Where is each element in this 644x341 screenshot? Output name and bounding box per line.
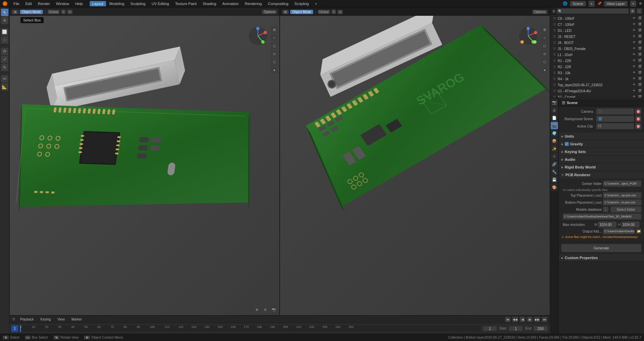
- render-r2[interactable]: 🎬: [638, 65, 642, 69]
- res-width-input[interactable]: 1024.00: [598, 222, 616, 228]
- render-icon[interactable]: 🎬: [638, 16, 642, 20]
- outliner-editor-type[interactable]: ☰: [552, 9, 555, 13]
- visibility-icon[interactable]: 👁: [633, 16, 637, 20]
- keying-sets-header[interactable]: ▶ Keying Sets: [559, 148, 644, 155]
- editor-type-btn[interactable]: ⊞: [12, 10, 18, 14]
- cursor-tool[interactable]: ↖: [1, 9, 8, 16]
- outliner-item-j3[interactable]: ▽ J3 - RESET 👁 🎬: [550, 34, 644, 40]
- current-frame-display[interactable]: 1: [11, 325, 18, 332]
- filter-btn[interactable]: ⚙: [630, 8, 635, 14]
- render-r3[interactable]: 🎬: [638, 71, 642, 75]
- menu-help[interactable]: Help: [73, 1, 86, 6]
- outliner-item-r2[interactable]: ▽ R2 - 22R 👁 🎬: [550, 64, 644, 70]
- prop-tab-material[interactable]: 🎨: [551, 184, 558, 191]
- bg-scene-value[interactable]: 🌐: [596, 116, 634, 122]
- models-db-select-btn[interactable]: Select folder: [610, 206, 641, 212]
- active-clip-btn[interactable]: 🎯: [635, 123, 641, 129]
- playback-menu[interactable]: Playback: [18, 317, 36, 322]
- vis-r4[interactable]: 👁: [633, 77, 637, 81]
- prop-tab-scene[interactable]: 🎬: [551, 122, 558, 129]
- vis-l1[interactable]: 👁: [633, 53, 637, 57]
- vis-r3[interactable]: 👁: [633, 71, 637, 75]
- prop-tab-world[interactable]: 🌍: [551, 130, 558, 137]
- vis-u1[interactable]: 👁: [633, 89, 637, 93]
- audio-section-header[interactable]: ▶ Audio: [559, 156, 644, 163]
- vis-c7[interactable]: 👁: [633, 22, 637, 27]
- models-db-download-icon[interactable]: ↓: [603, 207, 608, 212]
- menu-render[interactable]: Render: [35, 1, 53, 6]
- render-r4[interactable]: 🎬: [638, 77, 642, 81]
- prev-frame-btn[interactable]: ◀: [520, 317, 525, 322]
- annotate-tool[interactable]: ✏: [1, 75, 8, 83]
- vr-global-btn[interactable]: Global: [318, 10, 330, 14]
- units-section-header[interactable]: ▶ Units: [559, 133, 644, 140]
- render-l1[interactable]: 🎬: [638, 53, 642, 57]
- prop-tab-constraints[interactable]: 🔗: [551, 160, 558, 168]
- viewport-left-scene[interactable]: ⊞ ⟐ ◻ ⊙ ⬡ ●: [10, 16, 279, 315]
- output-folder-icon[interactable]: 📁: [636, 229, 641, 234]
- outliner-item-c6[interactable]: ▽ C6 - 100nF 👁 🎬: [550, 15, 644, 21]
- vis-r2[interactable]: 👁: [633, 65, 637, 69]
- outliner-item-c7[interactable]: ▽ C7 - 100nF 👁 🎬: [550, 21, 644, 28]
- zoom-out-btn[interactable]: ⊖: [262, 306, 269, 313]
- workspace-compositing[interactable]: Compositing: [265, 1, 291, 6]
- workspace-texture[interactable]: Texture Paint: [172, 1, 199, 6]
- viewport-right-scene[interactable]: SVAROG: [280, 16, 550, 315]
- timeline-editor-type[interactable]: ⏱: [12, 318, 15, 321]
- scale-tool[interactable]: ⤢: [1, 56, 8, 63]
- workspace-scripting[interactable]: Scripting: [292, 1, 312, 6]
- prop-tab-render[interactable]: 📷: [551, 99, 558, 106]
- object-mode-btn[interactable]: Object Mode: [20, 10, 43, 14]
- viewport-left[interactable]: ⊞ Object Mode Global ⊙ ⊡ Options Select …: [9, 7, 280, 315]
- render-u1[interactable]: 🎬: [638, 89, 642, 93]
- move-tool[interactable]: ✛: [1, 17, 8, 24]
- vis-j5[interactable]: 👁: [633, 47, 637, 51]
- outliner-item-r4[interactable]: ▽ R4 - 1k 👁 🎬: [550, 76, 644, 82]
- bg-scene-btn[interactable]: 🎯: [635, 116, 641, 122]
- output-fold-value[interactable]: C:\Users\Adam\Desktop\testowy\: [603, 228, 635, 234]
- jump-end-btn[interactable]: ⏭: [542, 317, 547, 322]
- prop-tab-view-layer[interactable]: 📄: [551, 114, 558, 121]
- pcb-renderer-header[interactable]: ▼ PCB Renderer: [559, 171, 644, 179]
- outliner-item-j5[interactable]: ▽ J5 - DB25_Female 👁 🎬: [550, 46, 644, 52]
- gravity-checkbox[interactable]: ✓: [565, 142, 569, 146]
- pivot-btn[interactable]: ⊙: [61, 9, 66, 14]
- generate-button[interactable]: Generate: [561, 244, 641, 252]
- play-btn[interactable]: ▶: [527, 317, 533, 322]
- custom-props-header[interactable]: ▶ Custom Properties: [559, 254, 644, 261]
- gravity-section-header[interactable]: ▶ ✓ Gravity: [559, 140, 644, 148]
- camera-value[interactable]: ⬛: [596, 108, 634, 114]
- vis-y1[interactable]: 👁: [633, 95, 637, 98]
- perspective-btn[interactable]: ⟐: [271, 34, 278, 41]
- vr-local-view-btn[interactable]: ◻: [541, 42, 548, 49]
- scene-selector[interactable]: Scene: [570, 1, 586, 6]
- next-frame-btn[interactable]: ▶▶: [535, 317, 540, 322]
- render-r1[interactable]: 🎬: [638, 59, 642, 63]
- prop-tab-data[interactable]: 💾: [551, 176, 558, 183]
- outliner-item-r3[interactable]: ▽ R3 - 10k 👁 🎬: [550, 70, 644, 76]
- sort-btn[interactable]: ↕: [637, 8, 642, 14]
- vis-r1[interactable]: 👁: [633, 59, 637, 63]
- workspace-modeling[interactable]: Modeling: [107, 1, 127, 6]
- workspace-shading[interactable]: Shading: [200, 1, 219, 6]
- vis-d1[interactable]: 👁: [633, 29, 637, 33]
- overlay-btn[interactable]: ⊙: [271, 50, 278, 57]
- select-box-tool[interactable]: ⬜: [1, 28, 8, 36]
- transform-tool[interactable]: ⟳: [1, 48, 8, 55]
- local-view-btn[interactable]: ◻: [271, 42, 278, 49]
- measure-tool[interactable]: 📐: [1, 83, 8, 91]
- render-j5[interactable]: 🎬: [638, 47, 642, 51]
- prop-tab-physics[interactable]: ⚛: [551, 153, 558, 160]
- end-frame-input[interactable]: 250: [534, 326, 547, 331]
- shading-solid-btn[interactable]: ●: [271, 66, 278, 74]
- vr-options-btn[interactable]: Options: [532, 10, 548, 14]
- vis-j3[interactable]: 👁: [633, 35, 637, 39]
- workspace-uv[interactable]: UV Editing: [149, 1, 172, 6]
- frame-number-input[interactable]: 1: [483, 326, 497, 331]
- options-btn[interactable]: Options: [262, 10, 277, 14]
- workspace-animation[interactable]: Animation: [220, 1, 241, 6]
- workspace-add[interactable]: +: [312, 1, 320, 6]
- workspace-rendering[interactable]: Rendering: [242, 1, 265, 6]
- global-transform-btn[interactable]: Global: [47, 10, 60, 14]
- outliner-item-j4[interactable]: ▽ J4 - BOOT 👁 🎬: [550, 40, 644, 46]
